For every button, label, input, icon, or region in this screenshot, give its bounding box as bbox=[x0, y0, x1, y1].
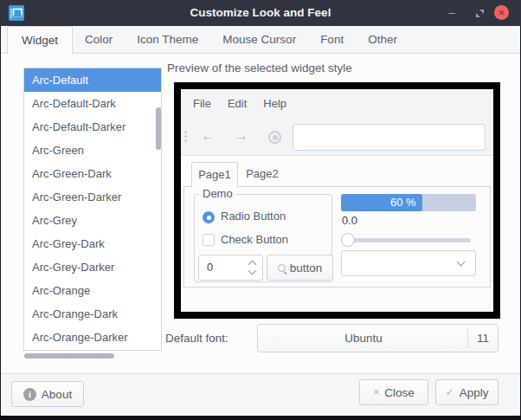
apply-button-label: Apply bbox=[460, 386, 489, 399]
list-item[interactable]: Arc-Grey-Dark bbox=[24, 232, 161, 255]
preview-menubar: File Edit Help bbox=[193, 94, 286, 114]
tab-widget[interactable]: Widget bbox=[7, 26, 73, 54]
lxappearance-window: Customize Look and Feel – ✕ Widget Color… bbox=[0, 0, 521, 420]
minimize-button[interactable]: – bbox=[443, 0, 460, 26]
tab-font[interactable]: Font bbox=[308, 26, 356, 53]
window-bottom-border bbox=[0, 416, 521, 420]
list-item[interactable]: Arc-Green-Dark bbox=[24, 162, 161, 185]
preview-window: File Edit Help ← → Page1 Page2 Demo Radi… bbox=[181, 89, 493, 312]
main-tabstrip: Widget Color Icon Theme Mouse Cursor Fon… bbox=[1, 26, 520, 54]
list-item[interactable]: Arc-Orange-Dark bbox=[24, 302, 161, 326]
tab-color[interactable]: Color bbox=[73, 26, 125, 53]
list-item[interactable]: Arc-Default-Dark bbox=[24, 92, 161, 115]
list-item[interactable]: Arc-Grey-Darker bbox=[24, 255, 161, 279]
preview-text-entry[interactable] bbox=[293, 124, 486, 151]
close-button[interactable]: × Close bbox=[359, 379, 428, 405]
combo-box[interactable] bbox=[341, 250, 476, 276]
preview-tab-page1[interactable]: Page1 bbox=[191, 162, 238, 187]
progress-bar: 60 % bbox=[341, 194, 476, 211]
preview-tab-page2[interactable]: Page2 bbox=[238, 162, 286, 187]
font-size: 11 bbox=[468, 325, 498, 352]
apply-button[interactable]: ✓ Apply bbox=[435, 379, 498, 405]
close-icon: × bbox=[373, 386, 379, 398]
list-item[interactable]: Arc-Default-Darker bbox=[24, 115, 161, 139]
demo-button[interactable]: button bbox=[267, 255, 333, 281]
preview-caption: Preview of the selected widget style bbox=[167, 61, 352, 74]
list-item[interactable]: Arc-Grey bbox=[24, 209, 161, 232]
menu-help[interactable]: Help bbox=[263, 94, 286, 114]
menu-edit[interactable]: Edit bbox=[228, 94, 247, 114]
list-item[interactable]: Arc-Orange-Darker bbox=[24, 326, 161, 349]
spin-down-icon[interactable] bbox=[248, 267, 257, 275]
toolbar-grip-icon bbox=[184, 130, 187, 144]
info-icon: i bbox=[23, 388, 36, 401]
close-button-label: Close bbox=[384, 386, 415, 399]
list-item[interactable]: Arc-Default bbox=[24, 68, 161, 92]
default-font-label: Default font: bbox=[165, 324, 228, 352]
widget-preview-frame: File Edit Help ← → Page1 Page2 Demo Radi… bbox=[174, 82, 500, 319]
close-window-button[interactable]: ✕ bbox=[494, 5, 509, 20]
list-item[interactable]: Arc-Green bbox=[24, 139, 161, 162]
font-select-button[interactable]: Ubuntu 11 bbox=[257, 324, 498, 352]
demo-right-column: 60 % 0.0 bbox=[341, 187, 476, 288]
maximize-button[interactable] bbox=[475, 9, 485, 18]
spin-button[interactable]: 0 bbox=[198, 255, 263, 281]
demo-frame: Demo Radio Button Check Button 0 button bbox=[194, 194, 332, 282]
record-icon[interactable] bbox=[268, 131, 281, 144]
preview-notebook: Demo Radio Button Check Button 0 button bbox=[183, 186, 491, 288]
demo-button-label: button bbox=[290, 262, 323, 275]
vertical-scrollbar[interactable] bbox=[156, 107, 161, 150]
horizontal-scrollbar[interactable] bbox=[24, 353, 114, 359]
menu-file[interactable]: File bbox=[193, 94, 211, 114]
check-button-label: Check Button bbox=[221, 233, 288, 246]
list-item[interactable]: Arc-Orange bbox=[24, 279, 161, 302]
slider-track[interactable] bbox=[343, 238, 471, 242]
spin-value: 0 bbox=[207, 255, 213, 280]
about-button[interactable]: i About bbox=[11, 381, 84, 407]
check-icon: ✓ bbox=[446, 386, 454, 398]
tab-other[interactable]: Other bbox=[356, 26, 409, 53]
titlebar: Customize Look and Feel – ✕ bbox=[0, 0, 521, 26]
check-button[interactable] bbox=[203, 234, 215, 246]
font-name: Ubuntu bbox=[258, 325, 469, 352]
search-icon bbox=[278, 264, 286, 272]
radio-button[interactable] bbox=[203, 211, 215, 223]
widget-theme-list: Arc-Default Arc-Default-Dark Arc-Default… bbox=[23, 68, 162, 351]
chevron-down-icon bbox=[457, 258, 466, 267]
scale-value-label: 0.0 bbox=[342, 214, 357, 227]
radio-button-label: Radio Button bbox=[221, 210, 286, 223]
back-arrow-icon[interactable]: ← bbox=[201, 118, 215, 156]
demo-frame-label: Demo bbox=[199, 187, 236, 200]
preview-toolbar: ← → bbox=[181, 118, 493, 156]
slider-handle[interactable] bbox=[341, 233, 355, 247]
tab-mouse-cursor[interactable]: Mouse Cursor bbox=[210, 26, 308, 53]
tab-icon-theme[interactable]: Icon Theme bbox=[125, 26, 210, 53]
forward-arrow-icon[interactable]: → bbox=[234, 118, 248, 156]
list-item[interactable]: Arc-Green-Darker bbox=[24, 185, 161, 209]
progress-fill: 60 % bbox=[341, 194, 422, 211]
about-button-label: About bbox=[42, 388, 72, 401]
